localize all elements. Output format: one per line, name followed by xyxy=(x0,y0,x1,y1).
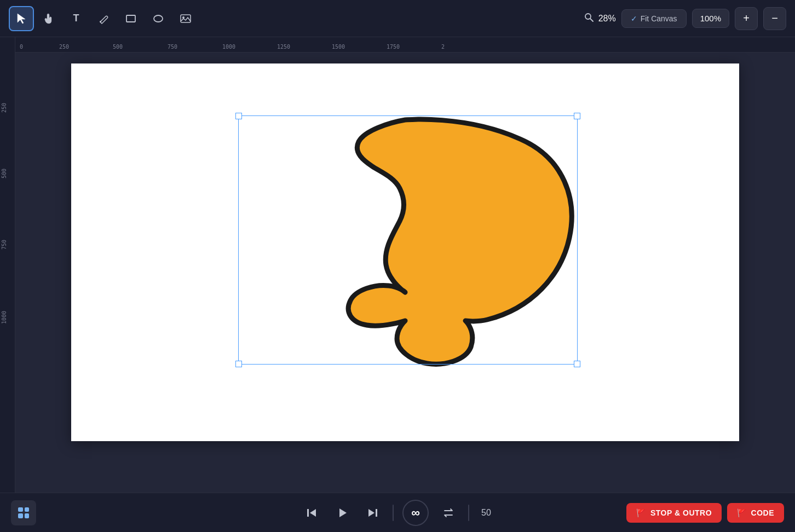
bottom-center: ∞ 50 xyxy=(301,500,494,526)
rectangle-tool-button[interactable] xyxy=(118,6,143,31)
zoom-value: 28% xyxy=(598,14,616,24)
divider-1 xyxy=(393,505,394,521)
ruler-tick-1000h: 1000 xyxy=(222,44,235,50)
code-button[interactable]: 🚩 CODE xyxy=(727,503,784,523)
canvas-area: 250 500 750 1000 0 250 500 750 1000 1250… xyxy=(0,37,795,493)
skip-back-button[interactable] xyxy=(301,502,322,524)
zoom-minus-button[interactable]: − xyxy=(763,7,786,30)
canvas-document xyxy=(71,63,739,441)
svg-rect-8 xyxy=(376,509,377,517)
zoom-display: 28% xyxy=(584,13,616,25)
ruler-tick-750: 750 xyxy=(1,240,7,250)
ruler-tick-1000: 1000 xyxy=(1,311,7,324)
ruler-tick-1750h: 1750 xyxy=(387,44,400,50)
toolbar: T 28% xyxy=(0,0,795,37)
ruler-tick-750h: 750 xyxy=(168,44,177,50)
text-tool-button[interactable]: T xyxy=(64,6,89,31)
ruler-tick-250: 250 xyxy=(1,103,7,113)
hand-tool-button[interactable] xyxy=(36,6,61,31)
bottom-right: 🚩 STOP & OUTRO 🚩 CODE xyxy=(626,503,784,523)
grid-icon xyxy=(18,507,29,518)
toolbar-right: 28% ✓ Fit Canvas 100% + − xyxy=(584,7,786,30)
ruler-top: 0 250 500 750 1000 1250 1500 1750 2 xyxy=(15,37,795,53)
frame-counter: 50 xyxy=(478,508,494,518)
zoom-plus-button[interactable]: + xyxy=(735,7,758,30)
ruler-tick-0: 0 xyxy=(20,44,23,50)
image-tool-button[interactable] xyxy=(173,6,198,31)
play-button[interactable] xyxy=(331,502,353,524)
ruler-tick-1500h: 1500 xyxy=(332,44,345,50)
svg-point-2 xyxy=(154,15,163,22)
bottom-bar: ∞ 50 🚩 STOP & OUTRO 🚩 CODE xyxy=(0,493,795,532)
flag-stop-icon: 🚩 xyxy=(636,508,646,517)
canvas-scroll[interactable] xyxy=(15,53,795,493)
flag-code-icon: 🚩 xyxy=(737,508,747,517)
ellipse-tool-button[interactable] xyxy=(146,6,171,31)
loop-button[interactable]: ∞ xyxy=(402,500,429,526)
ruler-tick-500: 500 xyxy=(1,169,7,178)
zoom-icon xyxy=(584,13,594,25)
select-tool-button[interactable] xyxy=(9,6,34,31)
ruler-tick-2h: 2 xyxy=(441,44,445,50)
ruler-tick-500h: 500 xyxy=(113,44,123,50)
ruler-left: 250 500 750 1000 xyxy=(0,37,15,493)
svg-point-0 xyxy=(100,21,101,22)
size-percent-display: 100% xyxy=(692,9,729,28)
stop-outro-label: STOP & OUTRO xyxy=(650,508,712,517)
ruler-tick-1250h: 1250 xyxy=(277,44,290,50)
skip-forward-button[interactable] xyxy=(362,502,384,524)
checkmark-icon: ✓ xyxy=(631,14,637,23)
mushroom-shape[interactable] xyxy=(235,112,580,369)
svg-rect-1 xyxy=(126,15,135,22)
ruler-tick-250h: 250 xyxy=(59,44,69,50)
grid-view-button[interactable] xyxy=(11,500,36,525)
stop-outro-button[interactable]: 🚩 STOP & OUTRO xyxy=(626,503,722,523)
fit-canvas-button[interactable]: ✓ Fit Canvas xyxy=(621,9,687,28)
svg-line-6 xyxy=(590,19,593,21)
pen-tool-button[interactable] xyxy=(91,6,116,31)
bottom-left xyxy=(11,500,36,525)
fit-canvas-label: Fit Canvas xyxy=(641,14,677,23)
svg-rect-7 xyxy=(307,509,309,517)
code-label: CODE xyxy=(751,508,774,517)
divider-2 xyxy=(468,505,469,521)
repeat-button[interactable] xyxy=(437,502,459,524)
